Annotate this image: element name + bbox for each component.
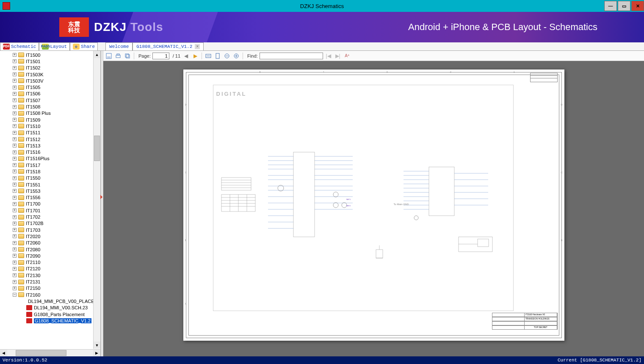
tree-folder[interactable]: +IT1551: [0, 181, 100, 188]
tree-folder[interactable]: +IT2060: [0, 240, 100, 246]
collapse-icon[interactable]: −: [13, 293, 17, 297]
save-icon[interactable]: [105, 52, 113, 60]
expand-icon[interactable]: +: [13, 286, 17, 290]
page-input[interactable]: [152, 53, 169, 59]
minimize-button[interactable]: —: [604, 1, 617, 11]
expand-icon[interactable]: +: [13, 59, 17, 63]
tree-folder[interactable]: +IT1505: [0, 84, 100, 90]
scroll-left-icon[interactable]: ◀: [0, 350, 7, 356]
maximize-button[interactable]: ▭: [618, 1, 630, 11]
expand-icon[interactable]: +: [13, 280, 17, 284]
expand-icon[interactable]: +: [13, 169, 17, 173]
tab-layout[interactable]: PADS Layout: [39, 42, 70, 50]
tree-folder[interactable]: +IT1518: [0, 168, 100, 175]
tree-folder[interactable]: +IT1501: [0, 58, 100, 64]
doc-tab-current[interactable]: G1808_SCHEMATIC_V1.2 ×: [133, 42, 204, 50]
expand-icon[interactable]: +: [13, 254, 17, 258]
expand-icon[interactable]: +: [13, 144, 17, 147]
expand-icon[interactable]: +: [13, 92, 17, 96]
tree-folder[interactable]: +IT1512: [0, 136, 100, 142]
tree-folder[interactable]: +IT1703: [0, 227, 100, 233]
tree-folder[interactable]: +IT1500: [0, 52, 100, 58]
tree-folder[interactable]: +IT2090: [0, 253, 100, 259]
tree-folder[interactable]: +IT1509: [0, 117, 100, 123]
next-page-icon[interactable]: ▶: [191, 52, 199, 60]
tree-folder[interactable]: +IT1553: [0, 188, 100, 194]
expand-icon[interactable]: +: [13, 215, 17, 219]
expand-icon[interactable]: +: [13, 183, 17, 186]
text-size-icon[interactable]: Aᵃ: [343, 52, 351, 60]
zoom-in-icon[interactable]: [232, 52, 240, 60]
tree-folder[interactable]: +IT1556: [0, 195, 100, 201]
tree-folder[interactable]: +IT1508 Plus: [0, 110, 100, 117]
copy-icon[interactable]: [124, 52, 131, 60]
tree-folder[interactable]: +IT1701: [0, 207, 100, 214]
expand-icon[interactable]: +: [13, 273, 17, 277]
tree-folder[interactable]: +IT1702B: [0, 220, 100, 227]
tree-folder[interactable]: +IT2131: [0, 278, 100, 285]
expand-icon[interactable]: +: [13, 53, 17, 57]
tree-file[interactable]: G1808_SCHEMATIC_V1.2: [0, 317, 100, 324]
expand-icon[interactable]: +: [13, 79, 17, 83]
tree-file[interactable]: DL194_MMI_V00.SCH.23: [0, 305, 100, 311]
expand-icon[interactable]: +: [13, 267, 17, 271]
expand-icon[interactable]: +: [13, 228, 17, 232]
close-button[interactable]: ✕: [631, 1, 644, 11]
pdf-canvas[interactable]: 5 4 3 2 1 D C B A D C B DIGITAL: [103, 61, 644, 356]
tree-folder[interactable]: +IT1700: [0, 201, 100, 207]
tree-folder[interactable]: +IT2150: [0, 285, 100, 292]
tab-schematic[interactable]: PDF Schematic: [0, 42, 39, 50]
tree-file[interactable]: G1808_Parts Placement: [0, 311, 100, 317]
close-tab-icon[interactable]: ×: [195, 44, 200, 49]
tree-folder[interactable]: +IT2080: [0, 246, 100, 253]
tree-folder[interactable]: +IT1511: [0, 130, 100, 136]
expand-icon[interactable]: +: [13, 241, 17, 245]
tree-file[interactable]: DL194_MMI_PCB_V00_PLACEME: [0, 298, 100, 304]
tree-folder[interactable]: +IT1506: [0, 91, 100, 97]
tree-folder[interactable]: +IT1516: [0, 149, 100, 155]
find-input[interactable]: [260, 53, 323, 59]
tree-folder[interactable]: +IT1502: [0, 65, 100, 71]
tree-folder[interactable]: +IT1508: [0, 103, 100, 110]
tree-folder[interactable]: +IT1702: [0, 214, 100, 220]
scroll-thumb[interactable]: [94, 136, 100, 161]
expand-icon[interactable]: +: [13, 163, 17, 167]
find-prev-icon[interactable]: |◀: [325, 52, 332, 60]
tree-folder[interactable]: +IT1513: [0, 142, 100, 149]
expand-icon[interactable]: +: [13, 234, 17, 238]
scroll-thumb[interactable]: [16, 350, 66, 356]
tree-folder[interactable]: +IT1550: [0, 175, 100, 181]
tree-folder[interactable]: +IT1503K: [0, 71, 100, 78]
tree-folder[interactable]: +IT1507: [0, 97, 100, 103]
expand-icon[interactable]: +: [13, 189, 17, 193]
expand-icon[interactable]: +: [13, 66, 17, 70]
fit-page-icon[interactable]: [214, 52, 221, 60]
expand-icon[interactable]: +: [13, 105, 17, 109]
find-next-icon[interactable]: ▶|: [334, 52, 342, 60]
prev-page-icon[interactable]: ◀: [182, 52, 190, 60]
tree-folder[interactable]: +IT1503V: [0, 78, 100, 84]
zoom-out-icon[interactable]: [223, 52, 231, 60]
scroll-down-icon[interactable]: ▼: [94, 342, 100, 349]
splitter[interactable]: [101, 51, 103, 356]
tree-hscroll[interactable]: ◀ ▶: [0, 349, 100, 356]
expand-icon[interactable]: +: [13, 196, 17, 200]
tab-share[interactable]: ⚙ Share: [70, 42, 98, 50]
expand-icon[interactable]: +: [13, 118, 17, 122]
fit-width-icon[interactable]: [205, 52, 212, 60]
doc-tab-welcome[interactable]: Welcome: [105, 42, 133, 50]
tree-folder[interactable]: +IT1517: [0, 162, 100, 168]
tree-folder[interactable]: +IT2110: [0, 259, 100, 266]
scroll-up-icon[interactable]: ▲: [94, 51, 100, 58]
tree-folder[interactable]: +IT2120: [0, 266, 100, 272]
expand-icon[interactable]: +: [13, 208, 17, 212]
tree-folder-expanded[interactable]: −IT2160: [0, 292, 100, 298]
tree-vscroll[interactable]: ▲ ▼: [93, 51, 100, 349]
expand-icon[interactable]: +: [13, 98, 17, 102]
expand-icon[interactable]: +: [13, 176, 17, 180]
expand-icon[interactable]: +: [13, 157, 17, 161]
expand-icon[interactable]: +: [13, 124, 17, 128]
expand-icon[interactable]: +: [13, 137, 17, 141]
print-icon[interactable]: [114, 52, 122, 60]
tree-folder[interactable]: +IT2020: [0, 233, 100, 239]
